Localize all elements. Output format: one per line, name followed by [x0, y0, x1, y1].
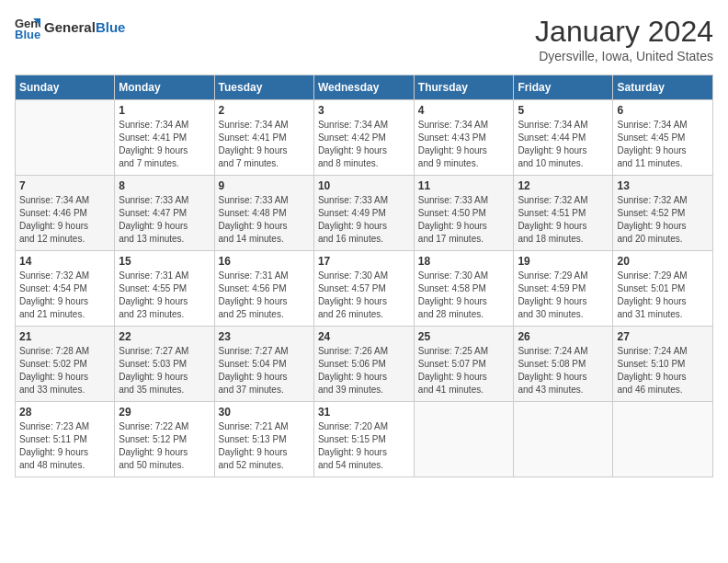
- day-number: 24: [318, 330, 410, 343]
- calendar-cell: 15Sunrise: 7:31 AM Sunset: 4:55 PM Dayli…: [115, 251, 214, 327]
- calendar-cell: 24Sunrise: 7:26 AM Sunset: 5:06 PM Dayli…: [313, 327, 414, 402]
- day-info: Sunrise: 7:34 AM Sunset: 4:41 PM Dayligh…: [219, 119, 310, 170]
- day-number: 29: [119, 406, 210, 419]
- day-number: 13: [617, 179, 709, 192]
- column-header-friday: Friday: [514, 75, 613, 100]
- calendar-cell: 2Sunrise: 7:34 AM Sunset: 4:41 PM Daylig…: [214, 100, 313, 176]
- logo-general: GeneralBlue: [44, 20, 125, 36]
- location-title: Dyersville, Iowa, United States: [535, 49, 713, 63]
- calendar-cell: 26Sunrise: 7:24 AM Sunset: 5:08 PM Dayli…: [514, 327, 613, 402]
- day-info: Sunrise: 7:25 AM Sunset: 5:07 PM Dayligh…: [418, 345, 510, 396]
- calendar-week-row: 14Sunrise: 7:32 AM Sunset: 4:54 PM Dayli…: [16, 251, 713, 327]
- day-info: Sunrise: 7:34 AM Sunset: 4:45 PM Dayligh…: [617, 119, 709, 170]
- day-info: Sunrise: 7:31 AM Sunset: 4:56 PM Dayligh…: [219, 270, 310, 321]
- day-number: 11: [418, 179, 510, 192]
- day-info: Sunrise: 7:23 AM Sunset: 5:11 PM Dayligh…: [19, 420, 110, 472]
- calendar-cell: 14Sunrise: 7:32 AM Sunset: 4:54 PM Dayli…: [16, 251, 115, 327]
- day-number: 17: [318, 255, 410, 268]
- calendar-cell: 1Sunrise: 7:34 AM Sunset: 4:41 PM Daylig…: [115, 100, 214, 176]
- day-info: Sunrise: 7:29 AM Sunset: 5:01 PM Dayligh…: [617, 270, 709, 321]
- calendar-cell: 28Sunrise: 7:23 AM Sunset: 5:11 PM Dayli…: [16, 402, 115, 477]
- day-info: Sunrise: 7:28 AM Sunset: 5:02 PM Dayligh…: [19, 345, 110, 396]
- day-info: Sunrise: 7:32 AM Sunset: 4:51 PM Dayligh…: [518, 194, 609, 246]
- logo: General Blue GeneralBlue: [15, 15, 125, 40]
- day-number: 1: [119, 104, 210, 117]
- day-number: 4: [418, 104, 510, 117]
- day-number: 27: [617, 330, 709, 343]
- day-info: Sunrise: 7:33 AM Sunset: 4:50 PM Dayligh…: [418, 194, 510, 246]
- column-header-wednesday: Wednesday: [313, 75, 414, 100]
- calendar-table: SundayMondayTuesdayWednesdayThursdayFrid…: [15, 75, 713, 477]
- title-block: January 2024 Dyersville, Iowa, United St…: [535, 15, 713, 63]
- day-info: Sunrise: 7:32 AM Sunset: 4:54 PM Dayligh…: [19, 270, 110, 321]
- calendar-cell: 17Sunrise: 7:30 AM Sunset: 4:57 PM Dayli…: [313, 251, 414, 327]
- day-info: Sunrise: 7:31 AM Sunset: 4:55 PM Dayligh…: [119, 270, 210, 321]
- day-number: 26: [518, 330, 609, 343]
- calendar-cell: 5Sunrise: 7:34 AM Sunset: 4:44 PM Daylig…: [514, 100, 613, 176]
- calendar-cell: 11Sunrise: 7:33 AM Sunset: 4:50 PM Dayli…: [414, 176, 514, 251]
- page-header: General Blue GeneralBlue January 2024 Dy…: [15, 15, 713, 63]
- day-number: 30: [219, 406, 310, 419]
- calendar-cell: 16Sunrise: 7:31 AM Sunset: 4:56 PM Dayli…: [214, 251, 313, 327]
- day-info: Sunrise: 7:30 AM Sunset: 4:57 PM Dayligh…: [318, 270, 410, 321]
- calendar-cell: [613, 402, 713, 477]
- svg-text:Blue: Blue: [15, 28, 40, 40]
- day-number: 7: [19, 179, 110, 192]
- column-header-monday: Monday: [115, 75, 214, 100]
- day-number: 28: [19, 406, 110, 419]
- logo-icon: General Blue: [15, 15, 40, 40]
- day-info: Sunrise: 7:32 AM Sunset: 4:52 PM Dayligh…: [617, 194, 709, 246]
- day-number: 14: [19, 255, 110, 268]
- day-number: 2: [219, 104, 310, 117]
- column-header-thursday: Thursday: [414, 75, 514, 100]
- day-number: 31: [318, 406, 410, 419]
- calendar-cell: [514, 402, 613, 477]
- calendar-week-row: 28Sunrise: 7:23 AM Sunset: 5:11 PM Dayli…: [16, 402, 713, 477]
- calendar-week-row: 1Sunrise: 7:34 AM Sunset: 4:41 PM Daylig…: [16, 100, 713, 176]
- day-info: Sunrise: 7:21 AM Sunset: 5:13 PM Dayligh…: [219, 420, 310, 472]
- month-title: January 2024: [535, 15, 713, 49]
- day-number: 25: [418, 330, 510, 343]
- calendar-cell: [414, 402, 514, 477]
- calendar-cell: 3Sunrise: 7:34 AM Sunset: 4:42 PM Daylig…: [313, 100, 414, 176]
- day-number: 18: [418, 255, 510, 268]
- day-number: 5: [518, 104, 609, 117]
- calendar-cell: 23Sunrise: 7:27 AM Sunset: 5:04 PM Dayli…: [214, 327, 313, 402]
- day-number: 20: [617, 255, 709, 268]
- calendar-week-row: 7Sunrise: 7:34 AM Sunset: 4:46 PM Daylig…: [16, 176, 713, 251]
- calendar-cell: 21Sunrise: 7:28 AM Sunset: 5:02 PM Dayli…: [16, 327, 115, 402]
- calendar-body: 1Sunrise: 7:34 AM Sunset: 4:41 PM Daylig…: [16, 100, 713, 477]
- day-number: 23: [219, 330, 310, 343]
- calendar-cell: [16, 100, 115, 176]
- calendar-cell: 18Sunrise: 7:30 AM Sunset: 4:58 PM Dayli…: [414, 251, 514, 327]
- day-info: Sunrise: 7:29 AM Sunset: 4:59 PM Dayligh…: [518, 270, 609, 321]
- day-number: 10: [318, 179, 410, 192]
- day-info: Sunrise: 7:33 AM Sunset: 4:49 PM Dayligh…: [318, 194, 410, 246]
- day-info: Sunrise: 7:34 AM Sunset: 4:44 PM Dayligh…: [518, 119, 609, 170]
- day-info: Sunrise: 7:30 AM Sunset: 4:58 PM Dayligh…: [418, 270, 510, 321]
- calendar-cell: 29Sunrise: 7:22 AM Sunset: 5:12 PM Dayli…: [115, 402, 214, 477]
- calendar-cell: 22Sunrise: 7:27 AM Sunset: 5:03 PM Dayli…: [115, 327, 214, 402]
- day-info: Sunrise: 7:26 AM Sunset: 5:06 PM Dayligh…: [318, 345, 410, 396]
- day-info: Sunrise: 7:33 AM Sunset: 4:47 PM Dayligh…: [119, 194, 210, 246]
- day-info: Sunrise: 7:20 AM Sunset: 5:15 PM Dayligh…: [318, 420, 410, 472]
- calendar-week-row: 21Sunrise: 7:28 AM Sunset: 5:02 PM Dayli…: [16, 327, 713, 402]
- calendar-cell: 20Sunrise: 7:29 AM Sunset: 5:01 PM Dayli…: [613, 251, 713, 327]
- calendar-cell: 12Sunrise: 7:32 AM Sunset: 4:51 PM Dayli…: [514, 176, 613, 251]
- day-info: Sunrise: 7:34 AM Sunset: 4:43 PM Dayligh…: [418, 119, 510, 170]
- calendar-cell: 30Sunrise: 7:21 AM Sunset: 5:13 PM Dayli…: [214, 402, 313, 477]
- calendar-cell: 9Sunrise: 7:33 AM Sunset: 4:48 PM Daylig…: [214, 176, 313, 251]
- day-number: 16: [219, 255, 310, 268]
- calendar-cell: 8Sunrise: 7:33 AM Sunset: 4:47 PM Daylig…: [115, 176, 214, 251]
- day-number: 15: [119, 255, 210, 268]
- calendar-cell: 25Sunrise: 7:25 AM Sunset: 5:07 PM Dayli…: [414, 327, 514, 402]
- day-info: Sunrise: 7:33 AM Sunset: 4:48 PM Dayligh…: [219, 194, 310, 246]
- calendar-cell: 7Sunrise: 7:34 AM Sunset: 4:46 PM Daylig…: [16, 176, 115, 251]
- column-header-sunday: Sunday: [16, 75, 115, 100]
- calendar-cell: 13Sunrise: 7:32 AM Sunset: 4:52 PM Dayli…: [613, 176, 713, 251]
- day-info: Sunrise: 7:34 AM Sunset: 4:42 PM Dayligh…: [318, 119, 410, 170]
- column-header-tuesday: Tuesday: [214, 75, 313, 100]
- day-number: 3: [318, 104, 410, 117]
- calendar-header-row: SundayMondayTuesdayWednesdayThursdayFrid…: [16, 75, 713, 100]
- calendar-cell: 19Sunrise: 7:29 AM Sunset: 4:59 PM Dayli…: [514, 251, 613, 327]
